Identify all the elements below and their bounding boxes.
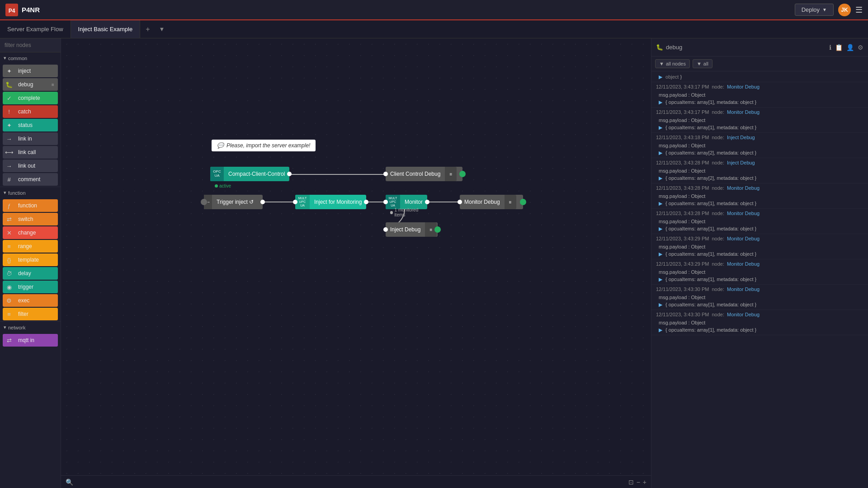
debug-msg-payload-type: Object xyxy=(691,295,706,300)
node-client-control-debug[interactable]: Client Control Debug ≡ xyxy=(386,167,462,181)
tab-server-example-flow[interactable]: Server Example Flow xyxy=(0,20,71,38)
debug-msg-timestamp: 12/11/2023, 3:43:17 PM xyxy=(656,84,709,89)
compact-client-output-port[interactable] xyxy=(287,172,292,176)
debug-msg-payload: msg.payload : Object xyxy=(651,243,868,250)
debug-msg-node-name: Monitor Debug xyxy=(727,312,760,317)
debug-msg-timestamp: 12/11/2023, 3:43:28 PM xyxy=(656,211,709,216)
tabbar: Server Example Flow Inject Basic Example… xyxy=(0,20,868,38)
inject-monitor-output-port[interactable] xyxy=(364,200,368,204)
node-exec[interactable]: ⚙ exec xyxy=(3,294,58,307)
debug-msg-payload: msg.payload : Object xyxy=(651,91,868,99)
node-monitor[interactable]: MULTUPCUA Monitor 1 monitored items xyxy=(386,195,427,209)
debug-expand-icon[interactable]: ▶ xyxy=(659,251,662,257)
debug-expand-icon[interactable]: ▶ xyxy=(659,226,662,231)
debug-expand-icon[interactable]: ▶ xyxy=(659,125,662,130)
fit-icon[interactable]: ⊡ xyxy=(628,479,634,486)
debug-msg-node-label: node: xyxy=(712,185,724,191)
debug-msg-tree: ▶ { opcuaItems: array[1], metadata: obje… xyxy=(651,124,868,132)
node-inject[interactable]: ✦ inject xyxy=(3,65,58,77)
inject-monitor-input-port[interactable] xyxy=(293,200,297,204)
debug-messages[interactable]: ▶ object } 12/11/2023, 3:43:17 PM node: … xyxy=(651,71,868,488)
node-status[interactable]: ✦ status xyxy=(3,119,58,131)
node-complete[interactable]: ✓ complete xyxy=(3,92,58,104)
debug-expand-icon[interactable]: ▶ xyxy=(659,201,662,206)
debug-msg-tree-text: { opcuaItems: array[1], metadata: object… xyxy=(665,327,756,333)
section-network[interactable]: ▾ network xyxy=(0,321,61,333)
main-layout: ▾ common ✦ inject 🐛 debug ≡ ✓ complete !… xyxy=(0,38,868,488)
monitor-debug-input-port[interactable] xyxy=(458,200,462,204)
monitor-debug-output-dot xyxy=(520,199,526,205)
node-trigger-inject[interactable]: → Trigger inject ↺ xyxy=(204,195,263,209)
node-template[interactable]: {} template xyxy=(3,253,58,266)
node-comment[interactable]: # comment xyxy=(3,173,58,186)
debug-filter-bar: ▼ all nodes ▼ all xyxy=(651,56,868,71)
client-debug-input-port[interactable] xyxy=(383,172,388,176)
debug-msg-timestamp: 12/11/2023, 3:43:28 PM xyxy=(656,160,709,165)
user-avatar[interactable]: JK xyxy=(838,4,851,16)
tab-add-button[interactable]: + xyxy=(140,25,155,33)
node-link-call[interactable]: ⟷ link call xyxy=(3,146,58,159)
debug-msg-timestamp: 12/11/2023, 3:43:30 PM xyxy=(656,312,709,317)
monitor-input-port[interactable] xyxy=(383,200,388,204)
debug-expand-icon[interactable]: ▶ xyxy=(659,302,662,307)
filter-all-icon: ▼ xyxy=(697,61,702,66)
hamburger-menu-icon[interactable]: ☰ xyxy=(855,5,863,15)
monitor-output-port[interactable] xyxy=(425,200,429,204)
node-debug[interactable]: 🐛 debug ≡ xyxy=(3,78,58,91)
trigger-icon: ◉ xyxy=(3,281,15,293)
debug-msg-timestamp: 12/11/2023, 3:43:17 PM xyxy=(656,109,709,115)
section-function[interactable]: ▾ function xyxy=(0,187,61,198)
search-icon[interactable]: 🔍 xyxy=(66,479,73,486)
node-trigger[interactable]: ◉ trigger xyxy=(3,281,58,293)
debug-settings-icon[interactable]: ⚙ xyxy=(858,44,863,51)
debug-person-icon[interactable]: 👤 xyxy=(846,44,854,51)
node-delay[interactable]: ⏱ delay xyxy=(3,267,58,280)
zoom-out-icon[interactable]: − xyxy=(637,479,640,486)
status-icon: ✦ xyxy=(3,119,15,131)
node-range[interactable]: ≡ range xyxy=(3,240,58,253)
deploy-button[interactable]: Deploy ▼ xyxy=(795,4,834,16)
filter-all-nodes-button[interactable]: ▼ all nodes xyxy=(655,59,690,68)
node-inject-debug[interactable]: Inject Debug ≡ xyxy=(386,222,438,237)
debug-msg-node-label: node: xyxy=(712,84,724,89)
tab-inject-basic-example[interactable]: Inject Basic Example xyxy=(71,20,141,38)
catch-icon: ! xyxy=(3,105,15,118)
inject-debug-input-port[interactable] xyxy=(383,227,388,232)
node-mqtt-in[interactable]: ⇄ mqtt in xyxy=(3,334,58,347)
debug-expand-icon[interactable]: ▶ xyxy=(659,99,662,105)
filter-all-button[interactable]: ▼ all xyxy=(693,59,712,68)
debug-msg-node-name: Inject Debug xyxy=(727,160,755,165)
node-monitor-debug[interactable]: Monitor Debug ≡ xyxy=(460,195,523,209)
topbar: P4 P4NR Deploy ▼ JK ☰ xyxy=(0,0,868,20)
node-filter[interactable]: ≡ filter xyxy=(3,308,58,320)
debug-msg-tree-text: { opcuaItems: array[1], metadata: object… xyxy=(665,125,756,130)
node-compact-client-control[interactable]: OPCUA Compact-Client-Control active xyxy=(210,167,289,181)
inject-icon: ✦ xyxy=(3,65,15,77)
debug-message: 12/11/2023, 3:43:30 PM node: Monitor Deb… xyxy=(651,310,868,335)
node-link-out[interactable]: → link out xyxy=(3,160,58,172)
node-catch[interactable]: ! catch xyxy=(3,105,58,118)
debug-expand-icon[interactable]: ▶ xyxy=(659,150,662,155)
debug-message: 12/11/2023, 3:43:17 PM node: Monitor Deb… xyxy=(651,82,868,108)
debug-copy-icon[interactable]: 📋 xyxy=(835,44,843,51)
zoom-in-icon[interactable]: + xyxy=(643,479,646,486)
debug-msg-node-name: Monitor Debug xyxy=(727,261,760,267)
debug-expand-icon[interactable]: ▶ xyxy=(659,175,662,181)
debug-msg-node-name: Monitor Debug xyxy=(727,84,760,89)
debug-msg-payload-label: msg.payload : xyxy=(659,168,691,174)
debug-msg-tree: ▶ { opcuaItems: array[1], metadata: obje… xyxy=(651,326,868,335)
node-function[interactable]: ƒ function xyxy=(3,199,58,212)
debug-expand-icon[interactable]: ▶ xyxy=(659,327,662,333)
debug-expand-icon[interactable]: ▶ xyxy=(659,277,662,282)
node-link-in[interactable]: → link in xyxy=(3,132,58,145)
section-common[interactable]: ▾ common xyxy=(0,52,61,64)
node-switch[interactable]: ⇄ switch xyxy=(3,213,58,225)
filter-nodes-input[interactable] xyxy=(0,38,61,52)
debug-info-icon[interactable]: ℹ xyxy=(829,44,831,51)
canvas-area[interactable]: 💬 Please, import the server example! OPC… xyxy=(61,38,651,488)
node-inject-for-monitoring[interactable]: MULTUPCUA Inject for Monitoring xyxy=(295,195,366,209)
trigger-output-port[interactable] xyxy=(260,200,265,204)
tab-dropdown-button[interactable]: ▼ xyxy=(156,26,169,33)
trigger-left-port[interactable] xyxy=(201,199,207,205)
node-change[interactable]: ✕ change xyxy=(3,226,58,239)
